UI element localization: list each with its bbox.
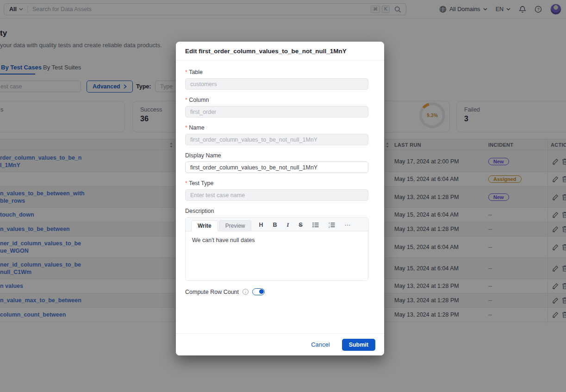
- table-field-label: Table: [185, 69, 368, 75]
- table-field: [185, 78, 368, 90]
- name-field-label: Name: [185, 124, 368, 131]
- strikethrough-icon[interactable]: S: [299, 222, 302, 228]
- bullet-list-icon[interactable]: [312, 222, 319, 228]
- submit-button[interactable]: Submit: [342, 339, 375, 351]
- name-field: [185, 134, 368, 145]
- svg-text:1: 1: [329, 222, 330, 224]
- info-icon[interactable]: i: [243, 289, 249, 295]
- display-name-field[interactable]: [185, 162, 368, 173]
- test-type-field: [185, 189, 368, 201]
- compute-row-count-label: Compute Row Count: [185, 289, 239, 295]
- display-name-field-label: Display Name: [185, 152, 368, 159]
- compute-row-count-toggle[interactable]: [252, 288, 265, 295]
- description-editor: Write Preview H B I S 12 ··· We can't ha…: [185, 217, 368, 281]
- column-field-label: Column: [185, 97, 368, 103]
- more-icon[interactable]: ···: [345, 222, 351, 228]
- description-content[interactable]: We can't have null dates: [186, 231, 368, 280]
- heading-icon[interactable]: H: [259, 222, 263, 228]
- italic-icon[interactable]: I: [287, 222, 289, 228]
- column-field: [185, 106, 368, 118]
- cancel-button[interactable]: Cancel: [311, 341, 330, 348]
- svg-text:2: 2: [329, 225, 330, 228]
- modal-title: Edit first_order_column_values_to_be_not…: [176, 42, 384, 61]
- edit-test-case-modal: Edit first_order_column_values_to_be_not…: [176, 42, 384, 355]
- modal-footer: Cancel Submit: [176, 333, 384, 355]
- test-type-field-label: Test Type: [185, 180, 368, 187]
- description-field-label: Description: [185, 208, 368, 214]
- numbered-list-icon[interactable]: 12: [329, 222, 335, 228]
- write-tab[interactable]: Write: [191, 220, 218, 231]
- bold-icon[interactable]: B: [273, 222, 277, 228]
- preview-tab[interactable]: Preview: [219, 220, 252, 231]
